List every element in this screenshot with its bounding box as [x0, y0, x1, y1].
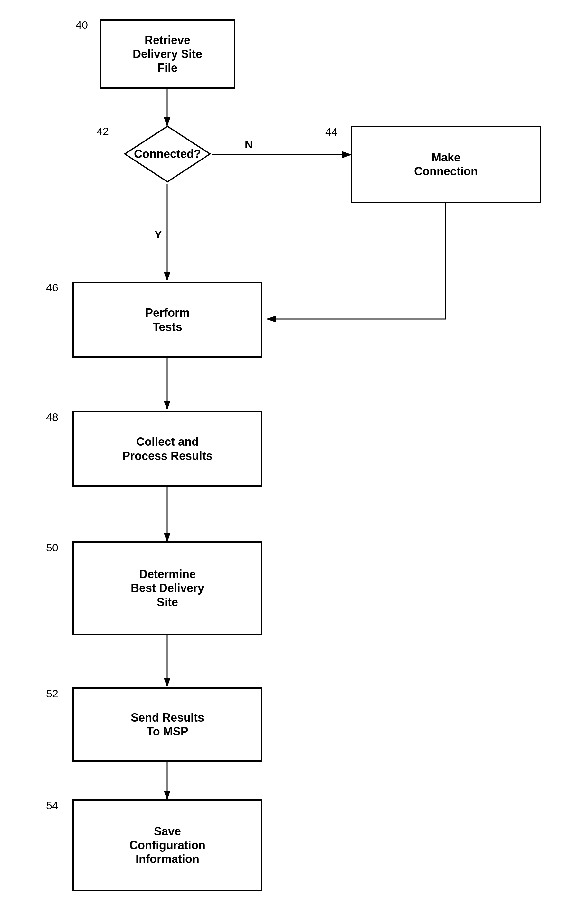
ref-46: 46	[46, 281, 58, 294]
collect-label: Collect and Process Results	[122, 435, 213, 463]
send-node: Send Results To MSP	[73, 687, 262, 762]
connected-diamond: Connected?	[122, 125, 213, 183]
ref-52: 52	[46, 687, 58, 700]
flowchart: Y N Retrieve Delivery Site File 40 Conne…	[0, 0, 588, 904]
perform-tests-node: Perform Tests	[73, 282, 262, 358]
make-connection-label: Make Connection	[414, 150, 478, 178]
make-connection-node: Make Connection	[351, 126, 541, 203]
send-label: Send Results To MSP	[131, 711, 204, 738]
perform-tests-label: Perform Tests	[145, 306, 190, 333]
no-label: N	[245, 138, 253, 150]
retrieve-label: Retrieve Delivery Site File	[133, 33, 202, 75]
ref-44: 44	[325, 126, 337, 138]
collect-node: Collect and Process Results	[73, 411, 262, 487]
determine-node: Determine Best Delivery Site	[73, 541, 262, 635]
ref-48: 48	[46, 411, 58, 424]
ref-42: 42	[96, 125, 109, 137]
save-node: Save Configuration Information	[73, 799, 262, 891]
save-label: Save Configuration Information	[129, 824, 205, 866]
ref-54: 54	[46, 799, 58, 812]
connected-label: Connected?	[134, 147, 201, 161]
determine-label: Determine Best Delivery Site	[131, 567, 204, 609]
ref-50: 50	[46, 541, 58, 554]
yes-label: Y	[154, 229, 162, 241]
retrieve-node: Retrieve Delivery Site File	[100, 19, 235, 89]
ref-40: 40	[76, 19, 88, 31]
